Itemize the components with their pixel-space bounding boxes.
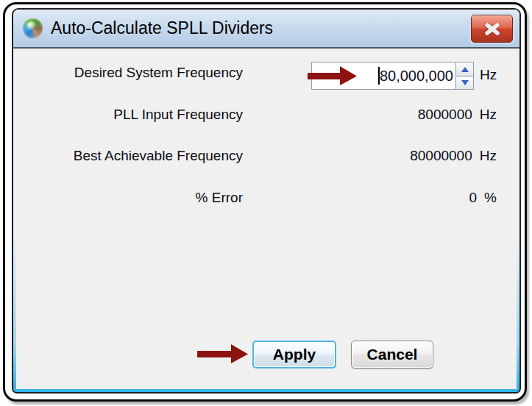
app-logo-icon [23,18,43,38]
pll-input-frequency-label: PLL Input Frequency [16,107,243,123]
desired-frequency-input[interactable]: 80,000,000 [311,62,456,90]
desired-frequency-unit: Hz [480,67,497,83]
spinner-down-button[interactable] [455,76,474,90]
close-x-icon [484,23,500,35]
percent-error-label: % Error [16,190,243,206]
percent-error-number: 0 [469,190,478,205]
desired-frequency-label: Desired System Frequency [16,65,243,81]
spinner-up-button[interactable] [455,62,474,76]
best-achievable-frequency-value: 80000000Hz [410,148,497,164]
frequency-spinner [455,62,474,90]
pll-input-frequency-number: 8000000 [418,107,472,122]
best-achievable-frequency-unit: Hz [480,148,497,163]
best-achievable-frequency-label: Best Achievable Frequency [16,148,243,164]
window-frame: Desired System Frequency PLL Input Frequ… [13,50,519,392]
dialog-body: Desired System Frequency PLL Input Frequ… [16,51,517,389]
annotation-arrow-apply-icon [197,343,249,364]
percent-error-unit: % [484,190,497,205]
window-title: Auto-Calculate SPLL Dividers [51,18,273,38]
spin-down-triangle-icon [461,80,469,85]
cancel-button[interactable]: Cancel [351,341,433,368]
dialog-window: Auto-Calculate SPLL Dividers Desired Sys… [12,8,521,393]
best-achievable-frequency-number: 80000000 [410,148,472,163]
close-button[interactable] [471,15,513,43]
spin-up-triangle-icon [461,67,469,72]
title-bar: Auto-Calculate SPLL Dividers [13,10,519,49]
pll-input-frequency-unit: Hz [480,107,497,122]
apply-button[interactable]: Apply [252,341,336,368]
percent-error-value: 0% [469,190,497,206]
desired-frequency-value: 80,000,000 [380,68,453,85]
pll-input-frequency-value: 8000000Hz [418,107,497,123]
